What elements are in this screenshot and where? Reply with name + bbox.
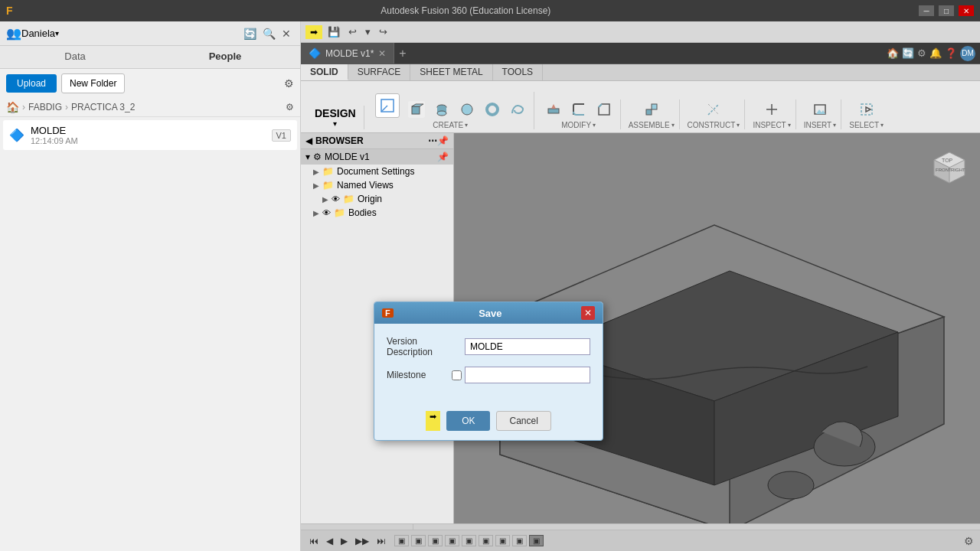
modify-chamfer-icon (596, 101, 612, 118)
svg-rect-2 (412, 106, 420, 114)
select-arrow-icon: ▾ (880, 122, 884, 129)
help-tab-icon[interactable]: ❓ (945, 47, 957, 59)
save-ok-button[interactable]: OK (446, 411, 490, 431)
create-torus-icon (484, 101, 501, 118)
left-close-button[interactable]: ✕ (279, 26, 294, 41)
svg-rect-9 (548, 109, 559, 113)
tab-close-button[interactable]: ✕ (378, 48, 386, 59)
user-dropdown-icon: ▾ (55, 29, 59, 37)
ribbon: DESIGN ▾ (301, 81, 980, 133)
document-tab[interactable]: 🔷 MOLDE v1* ✕ (301, 43, 394, 64)
titlebar: F Autodesk Fusion 360 (Education License… (0, 0, 980, 21)
bell-tab-icon[interactable]: 🔔 (929, 47, 942, 59)
new-tab-button[interactable]: + (394, 47, 410, 60)
breadcrumb-fabdig[interactable]: FABDIG (28, 102, 62, 112)
home-icon[interactable]: 🏠 (6, 101, 19, 113)
modify-text: MODIFY (561, 121, 591, 129)
construct-text: CONSTRUCT (688, 121, 736, 129)
tab-data[interactable]: Data (0, 46, 150, 68)
modify-press-pull-button[interactable] (542, 99, 565, 119)
ribbon-tab-surface[interactable]: SURFACE (348, 64, 411, 80)
create-cylinder-icon (433, 101, 450, 118)
select-btn[interactable] (855, 99, 878, 119)
save-dialog-f-logo: F (382, 308, 394, 318)
create-cylinder-button[interactable] (430, 99, 453, 119)
save-cancel-button[interactable]: Cancel (496, 411, 550, 431)
ribbon-construct-section: CONSTRUCT ▾ (683, 99, 746, 129)
undo-button[interactable]: ↩ (345, 24, 360, 39)
save-quick-button[interactable]: 💾 (325, 24, 343, 39)
construct-icon (705, 101, 722, 118)
create-sphere-button[interactable] (456, 99, 479, 119)
ribbon-tab-tools[interactable]: TOOLS (493, 64, 543, 80)
design-icon: DESIGN (315, 107, 356, 119)
design-button[interactable]: DESIGN ▾ (312, 106, 359, 129)
redo-button[interactable]: ↪ (376, 24, 390, 39)
tab-icons: 🏠 🔄 ⚙ 🔔 ❓ DM (887, 46, 980, 61)
version-badge: V1 (272, 129, 291, 142)
create-torus-button[interactable] (481, 99, 504, 119)
ok-arrow-indicator: ➡ (426, 411, 440, 431)
ribbon-modify-section: MODIFY ▾ (537, 99, 621, 129)
ribbon-inspect-section: INSPECT ▾ (748, 99, 795, 129)
create-coil-button[interactable] (506, 99, 529, 119)
close-button[interactable]: ✕ (959, 5, 974, 16)
milestone-text-input[interactable] (465, 367, 590, 383)
inspect-btn[interactable] (760, 99, 783, 119)
assemble-icon (643, 101, 660, 118)
insert-image-icon (812, 101, 828, 118)
insert-image-btn[interactable] (808, 99, 831, 119)
version-desc-input[interactable] (465, 338, 590, 355)
milestone-checkbox[interactable] (452, 370, 462, 380)
home-tab-icon[interactable]: 🏠 (887, 47, 899, 59)
select-text: SELECT (849, 121, 879, 129)
construct-btn[interactable] (702, 99, 725, 119)
inspect-buttons (760, 99, 783, 119)
modify-chamfer-button[interactable] (593, 99, 616, 119)
create-box-button[interactable] (405, 99, 428, 119)
breadcrumb-practica[interactable]: PRACTICA 3_2 (71, 102, 135, 112)
maximize-button[interactable]: □ (939, 5, 954, 16)
insert-label: INSERT ▾ (804, 121, 837, 129)
ribbon-select-section: SELECT ▾ (844, 99, 888, 129)
save-dialog-footer: ➡ OK Cancel (374, 405, 603, 440)
assemble-btn[interactable] (640, 99, 663, 119)
create-text: CREATE (433, 121, 463, 129)
viewport[interactable]: ◀ BROWSER ⋯ 📌 ▾ ⚙ MOLDE v1 📌 ▶ 📁 Documen… (301, 133, 980, 551)
user-name: Daniela (21, 28, 55, 39)
new-folder-button[interactable]: New Folder (61, 73, 125, 93)
ribbon-tab-solid[interactable]: SOLID (301, 64, 348, 80)
breadcrumb: 🏠 › FABDIG › PRACTICA 3_2 ⚙ (0, 98, 300, 117)
create-sketch-button[interactable] (372, 92, 403, 119)
tab-people[interactable]: People (150, 46, 300, 68)
save-arrow-indicator: ➡ (305, 25, 322, 39)
quick-access-bar: ➡ 💾 ↩ ▾ ↪ (301, 21, 980, 43)
svg-point-8 (487, 104, 498, 115)
fusion-icon: 🔷 (309, 47, 321, 59)
ribbon-insert-section: INSERT ▾ (799, 99, 842, 129)
save-dialog: F Save ✕ Version Description Milestone (374, 302, 603, 441)
undo-dropdown-button[interactable]: ▾ (362, 24, 374, 39)
save-dialog-titlebar: F Save ✕ (374, 302, 603, 324)
settings-button[interactable]: ⚙ (284, 77, 294, 90)
save-dialog-close-button[interactable]: ✕ (581, 306, 595, 320)
select-label: SELECT ▾ (849, 121, 884, 129)
modify-label: MODIFY ▾ (561, 121, 596, 129)
modify-pp-icon (545, 101, 562, 118)
upload-button[interactable]: Upload (6, 74, 57, 93)
ribbon-tab-sheetmetal[interactable]: SHEET METAL (410, 64, 492, 80)
svg-line-12 (599, 104, 602, 107)
create-sphere-icon (459, 101, 475, 118)
file-item[interactable]: 🔷 MOLDE 12:14:09 AM V1 (3, 120, 297, 150)
modify-fillet-button[interactable] (567, 99, 590, 119)
breadcrumb-sep2: › (65, 102, 68, 112)
save-dialog-title-text: Save (479, 308, 501, 319)
svg-marker-22 (866, 107, 871, 112)
construct-label: CONSTRUCT ▾ (688, 121, 740, 129)
refresh-button[interactable]: 🔄 (240, 26, 260, 41)
search-button[interactable]: 🔍 (260, 26, 279, 41)
arrow-right-icon: ➡ (310, 27, 318, 37)
minimize-button[interactable]: ─ (919, 5, 934, 16)
settings-tab-icon[interactable]: ⚙ (917, 47, 926, 59)
sync-tab-icon[interactable]: 🔄 (902, 47, 914, 59)
